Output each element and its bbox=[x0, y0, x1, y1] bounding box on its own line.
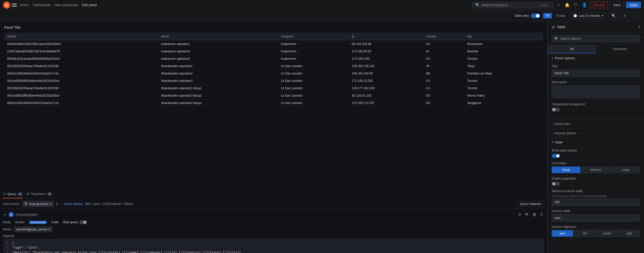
top-bar: G Home › Dashboards › New dashboard › Ed… bbox=[0, 0, 644, 10]
metric-value: percentagecpu_sensor bbox=[17, 228, 48, 231]
title-setting-row: Title bbox=[552, 65, 640, 77]
time-range-button[interactable]: 🕐 Last 15 minutes ▾ bbox=[571, 13, 606, 19]
table-cell: efb22a109434b64244fc01fea01e711b bbox=[4, 99, 158, 107]
table-cell: Lit San Leandro bbox=[278, 85, 349, 92]
discard-button[interactable]: Discard bbox=[590, 2, 608, 8]
col-width-label: Column width bbox=[552, 209, 640, 213]
datasource-select[interactable]: 🗄 AnyLog-Query ▾ bbox=[22, 201, 54, 207]
query-drag-icon[interactable]: ⠿ bbox=[539, 211, 544, 218]
query-delete-icon[interactable]: 🗑 bbox=[531, 211, 538, 218]
transparent-bg-toggle[interactable] bbox=[552, 108, 560, 112]
show-table-header-label: Show table header bbox=[552, 149, 640, 152]
breadcrumb-home[interactable]: Home bbox=[20, 3, 29, 7]
query-options-link[interactable]: Query options bbox=[64, 202, 83, 206]
col-width-row: Column width bbox=[552, 209, 640, 221]
show-table-header-toggle-row bbox=[552, 154, 640, 158]
table-cell: 091ced55d3ff918bbe440e20251b30cd bbox=[4, 77, 158, 85]
col-align-auto-btn[interactable]: auto bbox=[552, 230, 573, 237]
repeat-options-title: Repeat options bbox=[554, 131, 576, 135]
query-inspector-button[interactable]: Query inspector bbox=[517, 201, 544, 207]
raw-query-toggle[interactable] bbox=[79, 220, 87, 224]
table-cell: 054a9c2c9cacdec690eb9fa0da2531b2 bbox=[4, 55, 158, 63]
metric-select[interactable]: percentagecpu_sensor ▾ bbox=[14, 227, 52, 232]
experimental-badge: Experimental bbox=[29, 221, 47, 224]
table-row: 0015392622f3eeac70eafa4311fc2338litsanle… bbox=[4, 63, 543, 70]
show-table-header-toggle[interactable] bbox=[552, 154, 560, 158]
panel-toolbar: Table view Fill Actual 🕐 Last 15 minutes… bbox=[0, 10, 644, 21]
breadcrumb-sep2: › bbox=[52, 3, 53, 7]
breadcrumb-new-dashboard[interactable]: New dashboard bbox=[55, 3, 78, 7]
title-input[interactable] bbox=[552, 70, 640, 77]
query-eye-icon[interactable]: 👁 bbox=[524, 211, 530, 218]
table-row: 5bda53389e1b5a7d851aace3264184e7kubearmo… bbox=[4, 40, 543, 48]
cell-height-small-btn[interactable]: Small bbox=[552, 167, 580, 173]
query-meta: MD = auto = 2128 Interval = 500ms bbox=[85, 202, 133, 206]
tab-query[interactable]: ⬡ Query 1 bbox=[3, 190, 23, 198]
min-col-width-input[interactable] bbox=[552, 199, 640, 206]
actual-button[interactable]: Actual bbox=[554, 13, 568, 19]
shield-icon-btn[interactable]: 🛡 bbox=[573, 2, 579, 8]
apply-button[interactable]: Apply bbox=[626, 2, 641, 8]
user-avatar-btn[interactable]: 👤 bbox=[581, 2, 588, 8]
more-options-btn[interactable]: ⋮ bbox=[632, 12, 640, 19]
code-editor[interactable]: 1{2 "type": "info",3 "details": "blockch… bbox=[3, 239, 544, 253]
table-cell: 172.105.13.202 bbox=[349, 77, 423, 85]
query-collapse-btn[interactable]: ▾ bbox=[3, 212, 7, 217]
zoom-out-btn[interactable]: 🔍 bbox=[609, 12, 618, 19]
cell-height-large-btn[interactable]: Large bbox=[611, 167, 640, 173]
refresh-btn[interactable]: ↻ bbox=[621, 12, 629, 19]
query-letter: A bbox=[9, 212, 14, 217]
panel-links-subsection[interactable]: › Panel links bbox=[548, 119, 644, 128]
transparent-bg-label: Transparent background bbox=[552, 102, 640, 106]
table-view-toggle[interactable] bbox=[531, 13, 540, 18]
table-cell: CA bbox=[423, 85, 464, 92]
enable-pagination-toggle[interactable] bbox=[552, 182, 560, 186]
search-options-input[interactable]: 🔍 Search options bbox=[552, 35, 640, 42]
builder-btn[interactable]: Builder bbox=[14, 220, 26, 225]
code-line: 1{ bbox=[6, 241, 541, 246]
description-textarea[interactable] bbox=[552, 85, 640, 98]
transparent-bg-toggle-row bbox=[552, 108, 640, 112]
table-section-header[interactable]: ▾ Table bbox=[548, 138, 644, 147]
table-row: 054a9c2c9cacdec690eb9fa0da2531b2kubearmo… bbox=[4, 55, 543, 63]
fill-button[interactable]: Fill bbox=[543, 13, 552, 19]
col-width-input[interactable] bbox=[552, 214, 640, 221]
query-copy-icon[interactable]: ⎘ bbox=[518, 211, 522, 218]
panel-type-chevron-icon[interactable]: ▾ bbox=[638, 25, 640, 29]
search-options-bar: 🔍 Search options bbox=[548, 33, 644, 45]
table-cell: kubearmor-operator2 bbox=[158, 55, 278, 63]
query-tab-badge: 1 bbox=[18, 192, 22, 196]
payload-section: Payload 1{2 "type": "info",3 "details": … bbox=[3, 234, 544, 253]
global-search-bar[interactable]: 🔍 Search or jump to... cmd+k bbox=[472, 2, 554, 8]
col-align-right-btn[interactable]: right bbox=[619, 230, 640, 237]
info-icon[interactable]: ℹ bbox=[56, 202, 58, 206]
min-col-width-label: Minimum column width bbox=[552, 189, 640, 193]
col-header-name: name bbox=[158, 33, 278, 40]
code-btn[interactable]: Code bbox=[50, 220, 60, 225]
col-align-left-btn[interactable]: left bbox=[574, 230, 595, 237]
search-shortcut: cmd+k bbox=[539, 3, 550, 7]
search-options-placeholder: Search options bbox=[560, 37, 581, 40]
col-header-cluster: cluster bbox=[4, 33, 158, 40]
top-bar-right: ＋ 🔔 🛡 👤 Discard Save Apply bbox=[556, 1, 641, 9]
table-cell: 2c90728eadf22d6b7dd76c5c9a8a9b76 bbox=[4, 48, 158, 55]
tab-transform[interactable]: ⇄ Transform 0 bbox=[27, 190, 52, 198]
alert-icon-btn[interactable]: 🔔 bbox=[564, 2, 571, 8]
table-cell: KubeArmor bbox=[278, 40, 349, 48]
repeat-options-subsection[interactable]: › Repeat options bbox=[548, 128, 644, 138]
col-header-city: city bbox=[464, 33, 543, 40]
panel-options-header[interactable]: ▾ Panel options bbox=[548, 54, 644, 63]
col-header-country: country bbox=[423, 33, 464, 40]
panel-options-content: Title Description Transparent background bbox=[548, 63, 644, 119]
plus-icon-btn[interactable]: ＋ bbox=[556, 1, 562, 9]
cell-height-medium-btn[interactable]: Medium bbox=[581, 167, 610, 173]
hamburger-menu-icon[interactable] bbox=[12, 3, 17, 8]
save-button[interactable]: Save bbox=[610, 2, 624, 8]
tab-all[interactable]: All bbox=[548, 45, 596, 53]
tab-overrides[interactable]: Overrides bbox=[596, 45, 644, 53]
table-cell: litsanleandro-operator2-bkup1 bbox=[158, 99, 278, 107]
col-align-center-btn[interactable]: center bbox=[596, 230, 618, 237]
table-cell: US bbox=[423, 92, 464, 99]
panel-options-collapse-icon: ▾ bbox=[552, 56, 553, 60]
breadcrumb-dashboards[interactable]: Dashboards bbox=[33, 3, 51, 7]
